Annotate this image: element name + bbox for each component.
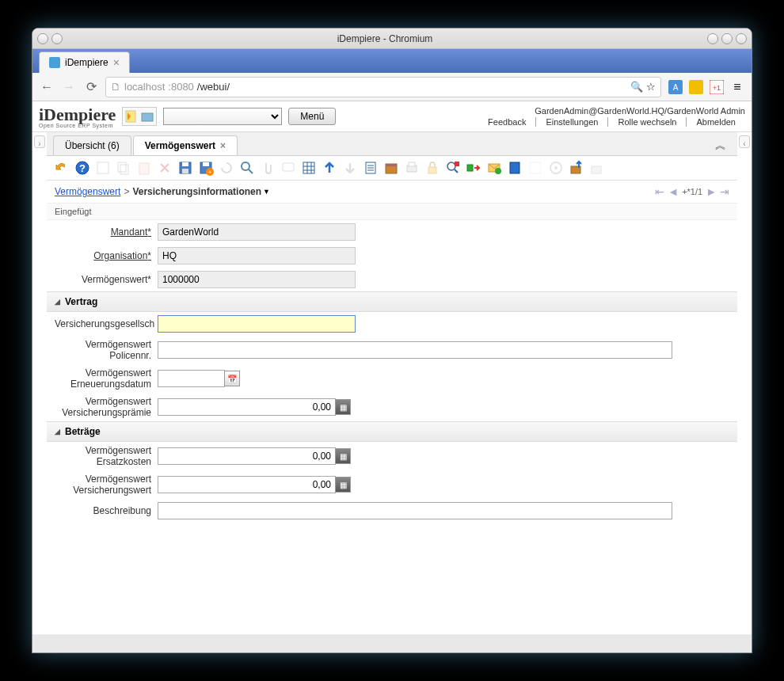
window-menu-icon[interactable] (37, 33, 48, 44)
section-betraege[interactable]: ◢ Beträge (47, 421, 737, 442)
url-host: localhost (124, 81, 165, 93)
parent-record-icon[interactable] (321, 159, 338, 177)
svg-text:+1: +1 (713, 84, 721, 92)
menu-button[interactable]: Menü (288, 108, 336, 125)
save-new-icon[interactable]: + (197, 159, 215, 177)
grid-toggle-icon[interactable] (300, 159, 318, 177)
delete-x-icon[interactable] (156, 159, 173, 177)
forward-button[interactable]: → (61, 79, 77, 95)
product-info-icon[interactable] (506, 159, 523, 177)
link-settings[interactable]: Einstellungen (536, 117, 608, 127)
svg-rect-25 (386, 164, 397, 166)
save-icon[interactable] (177, 159, 194, 177)
zoom-across-icon[interactable] (444, 159, 462, 177)
calculator-icon[interactable]: ▦ (335, 448, 351, 464)
prev-record-icon[interactable]: ◄ (668, 185, 679, 198)
svg-rect-6 (142, 113, 153, 121)
copy-icon[interactable] (115, 159, 132, 177)
process-icon[interactable] (547, 159, 565, 177)
print-icon[interactable] (403, 159, 421, 177)
menu-icon[interactable]: ≡ (729, 79, 745, 95)
close-window-button[interactable] (736, 33, 747, 44)
chat-icon[interactable] (280, 159, 297, 177)
lock-icon[interactable] (424, 159, 441, 177)
back-button[interactable]: ← (39, 79, 55, 95)
field-asset[interactable] (158, 271, 356, 288)
field-renewal-date[interactable] (158, 370, 225, 387)
new-doc-icon[interactable] (124, 109, 139, 124)
archive-icon[interactable] (382, 159, 400, 177)
extension-icon[interactable] (688, 79, 704, 95)
field-premium[interactable] (158, 398, 336, 416)
field-replace-cost[interactable] (158, 447, 336, 465)
svg-text:+: + (208, 169, 212, 176)
breadcrumb-current[interactable]: Versicherungsinformationen (132, 186, 261, 197)
url-path: /webui/ (197, 81, 230, 93)
label-mandant: Mandant* (55, 226, 158, 238)
field-insured-value[interactable] (158, 476, 336, 493)
search-icon[interactable] (238, 159, 256, 177)
svg-point-20 (242, 162, 249, 170)
requests-icon[interactable] (485, 159, 503, 177)
reload-button[interactable]: ⟳ (83, 79, 99, 95)
field-policy-no[interactable] (158, 341, 672, 359)
bookmark-icon[interactable]: ☆ (646, 81, 656, 93)
breadcrumb-root[interactable]: Vermögenswert (55, 186, 120, 197)
window-pin-icon[interactable] (51, 33, 63, 44)
refresh-icon[interactable] (218, 159, 235, 177)
left-panel-toggle[interactable]: › (34, 135, 45, 148)
next-record-icon[interactable]: ► (706, 185, 717, 198)
calculator-icon[interactable]: ▦ (335, 399, 351, 415)
app-tabs: Übersicht (6) Vermögenswert × ︽ (47, 132, 737, 156)
svg-text:A: A (673, 83, 679, 92)
field-mandant[interactable] (158, 223, 356, 241)
active-workflow-icon[interactable] (465, 159, 482, 177)
new-icon[interactable] (94, 159, 112, 177)
maximize-button[interactable] (721, 33, 733, 44)
export-icon[interactable] (568, 159, 585, 177)
link-logout[interactable]: Abmelden (687, 117, 745, 127)
last-record-icon[interactable]: ⇥ (720, 185, 729, 198)
calculator-icon[interactable]: ▦ (335, 477, 351, 493)
tab-overview[interactable]: Übersicht (6) (53, 135, 131, 155)
url-input[interactable]: 🗋 localhost:8080/webui/ 🔍 ☆ (105, 77, 661, 97)
first-record-icon[interactable]: ⇤ (655, 185, 664, 198)
collapse-icon: ◢ (55, 428, 60, 436)
zoom-icon[interactable]: 🔍 (630, 81, 643, 93)
help-icon[interactable]: ? (74, 159, 91, 177)
breadcrumb-dropdown-icon[interactable]: ▼ (263, 188, 270, 196)
label-organisation: Organisation* (55, 250, 158, 261)
tab-close-icon[interactable]: × (113, 56, 120, 69)
section-vertrag[interactable]: ◢ Vertrag (47, 291, 737, 312)
attachment-icon[interactable] (259, 159, 276, 177)
menu-search-dropdown[interactable] (163, 108, 282, 125)
report-icon[interactable] (362, 159, 379, 177)
open-doc-icon[interactable] (140, 109, 154, 124)
tab-close-icon[interactable]: × (220, 140, 226, 151)
link-feedback[interactable]: Feedback (478, 117, 536, 127)
import-icon[interactable] (588, 159, 606, 177)
collapse-all-icon[interactable]: ︽ (710, 139, 731, 153)
titlebar: iDempiere - Chromium (32, 29, 752, 49)
detail-record-icon[interactable] (341, 159, 359, 177)
user-context: GardenAdmin@GardenWorld.HQ/GardenWorld A… (478, 106, 745, 116)
svg-rect-11 (120, 165, 128, 174)
gplus-icon[interactable]: +1 (709, 79, 725, 95)
link-switch-role[interactable]: Rolle wechseln (608, 117, 687, 127)
page-icon: 🗋 (111, 81, 121, 93)
field-insurance-company[interactable] (158, 315, 356, 333)
delete-icon[interactable] (135, 159, 153, 177)
field-description[interactable] (158, 502, 672, 519)
form-area: Mandant* Organisation* Vermögenswert* ◢ … (47, 220, 737, 634)
translate-icon[interactable]: A (668, 79, 683, 95)
os-window: iDempiere - Chromium iDempiere × ← → ⟳ 🗋… (32, 28, 752, 653)
tab-asset[interactable]: Vermögenswert × (133, 135, 238, 155)
field-organisation[interactable] (158, 247, 356, 264)
svg-rect-27 (409, 162, 415, 166)
svg-rect-9 (97, 162, 108, 173)
browser-tab[interactable]: iDempiere × (39, 51, 130, 73)
right-panel-toggle[interactable]: ‹ (739, 135, 750, 148)
minimize-button[interactable] (707, 33, 718, 44)
undo-icon[interactable] (53, 159, 70, 177)
calendar-icon[interactable]: 📅 (224, 371, 240, 386)
